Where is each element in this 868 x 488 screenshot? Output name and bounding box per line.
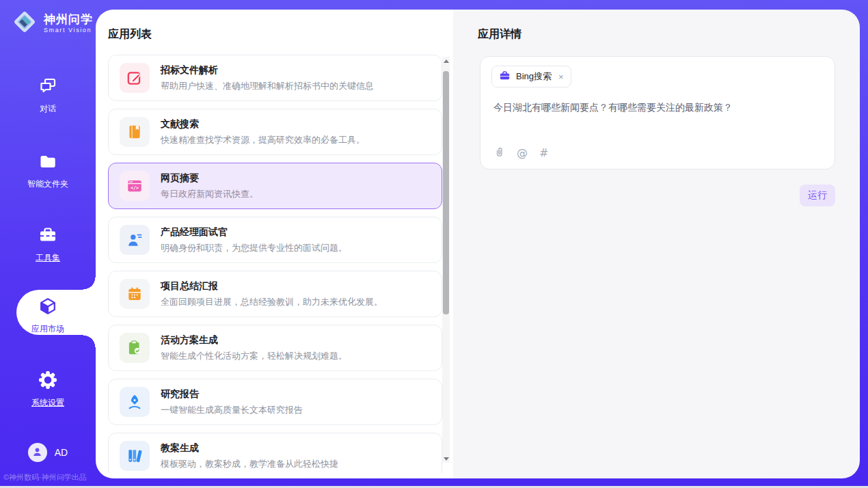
sidebar-item-label: 智能文件夹 — [27, 178, 68, 190]
prompt-card: Bing搜索 × 今日湖北有哪些新闻要点？有哪些需要关注的最新政策？ @ # — [480, 56, 835, 170]
app-card-description: 模板驱动，教案秒成，教学准备从此轻松快捷 — [161, 458, 338, 470]
briefcase-icon — [499, 70, 511, 84]
browser-code-icon: </> — [120, 171, 150, 201]
interviewer-icon — [120, 225, 150, 255]
app-card[interactable]: 产品经理面试官明确身份和职责，为您提供专业性的面试问题。 — [108, 217, 442, 263]
hash-icon[interactable]: # — [539, 146, 548, 159]
scrollbar-thumb[interactable] — [443, 71, 449, 314]
app-card-title: 招标文件解析 — [161, 64, 374, 77]
account-row[interactable]: AD — [0, 443, 96, 462]
scroll-down-arrow-icon[interactable] — [442, 455, 450, 463]
concave-corner-bottom — [83, 335, 96, 347]
app-card-description: 帮助用户快速、准确地理解和解析招标书中的关键信息 — [161, 80, 374, 92]
sidebar-item-智能文件夹[interactable]: 智能文件夹 — [0, 152, 96, 190]
sidebar-item-工具集[interactable]: 工具集 — [0, 226, 96, 264]
app-card-title: 活动方案生成 — [161, 334, 347, 347]
app-card-list: 招标文件解析帮助用户快速、准确地理解和解析招标书中的关键信息文献搜索快速精准查找… — [108, 55, 442, 473]
tool-chip-bing-search[interactable]: Bing搜索 × — [491, 66, 571, 87]
app-card-description: 快速精准查找学术资源，提高研究效率的必备工具。 — [161, 134, 365, 146]
app-window: 神州问学 Smart Vision 对话智能文件夹工具集应用市场系统设置 AD … — [0, 0, 868, 488]
sidebar-item-对话[interactable]: 对话 — [0, 77, 96, 115]
app-card-title: 教案生成 — [161, 442, 338, 455]
app-card-description: 智能生成个性化活动方案，轻松解决规划难题。 — [161, 350, 347, 362]
app-card-description: 每日政府新闻资讯快查。 — [161, 188, 258, 200]
app-detail-panel: 应用详情 Bing搜索 × 今日湖北有哪些新闻要点？有哪些需要关注的最新政策？ … — [453, 10, 860, 478]
run-button[interactable]: 运行 — [800, 185, 835, 206]
chip-close-icon[interactable]: × — [558, 72, 564, 82]
scrollbar[interactable] — [442, 57, 450, 463]
brand-logo: 神州问学 Smart Vision — [11, 8, 93, 38]
folder-icon — [38, 152, 57, 174]
app-card[interactable]: 活动方案生成智能生成个性化活动方案，轻松解决规划难题。 — [108, 325, 442, 371]
sidebar: 神州问学 Smart Vision 对话智能文件夹工具集应用市场系统设置 AD … — [0, 0, 96, 488]
user-icon — [31, 446, 43, 460]
scroll-up-arrow-icon[interactable] — [442, 57, 450, 65]
avatar[interactable] — [28, 443, 47, 462]
cube-icon — [38, 297, 57, 318]
tool-chip-label: Bing搜索 — [516, 70, 552, 83]
app-card-title: 研究报告 — [161, 388, 303, 401]
app-card[interactable]: 研究报告一键智能生成高质量长文本研究报告 — [108, 379, 442, 425]
book-icon — [120, 117, 150, 147]
mention-at-icon[interactable]: @ — [517, 146, 528, 159]
app-card-title: 项目总结汇报 — [161, 280, 383, 293]
app-list-title: 应用列表 — [108, 27, 152, 42]
sidebar-item-应用市场[interactable]: 应用市场 — [0, 297, 96, 335]
app-card[interactable]: 文献搜索快速精准查找学术资源，提高研究效率的必备工具。 — [108, 109, 442, 155]
app-card-title: 文献搜索 — [161, 118, 365, 131]
sidebar-item-label: 对话 — [40, 103, 56, 115]
sidebar-item-label: 应用市场 — [31, 323, 64, 335]
app-detail-title: 应用详情 — [478, 27, 521, 42]
sidebar-item-label: 系统设置 — [31, 397, 64, 409]
app-card[interactable]: 项目总结汇报全面回顾项目进展，总结经验教训，助力未来优化发展。 — [108, 271, 442, 317]
gear-icon — [38, 370, 57, 392]
app-card-description: 全面回顾项目进展，总结经验教训，助力未来优化发展。 — [161, 296, 383, 308]
concave-corner-top — [83, 277, 96, 290]
app-card-title: 产品经理面试官 — [161, 226, 347, 239]
app-card[interactable]: 教案生成模板驱动，教案秒成，教学准备从此轻松快捷 — [108, 433, 442, 473]
account-name: AD — [55, 447, 68, 458]
app-card-description: 一键智能生成高质量长文本研究报告 — [161, 404, 303, 416]
composer-toolbar: @ # — [493, 146, 548, 160]
brand-subtitle: Smart Vision — [44, 27, 93, 33]
svg-text:</>: </> — [131, 185, 139, 191]
books-icon — [120, 441, 150, 471]
sidebar-item-label: 工具集 — [36, 252, 60, 264]
prompt-input[interactable]: 今日湖北有哪些新闻要点？有哪些需要关注的最新政策？ — [493, 100, 822, 115]
diamond-logo-icon — [11, 8, 38, 38]
calendar-icon — [120, 279, 150, 309]
brand-title: 神州问学 — [44, 13, 93, 27]
sidebar-item-系统设置[interactable]: 系统设置 — [0, 370, 96, 409]
clipboard-check-icon — [120, 333, 150, 363]
app-card-description: 明确身份和职责，为您提供专业性的面试问题。 — [161, 242, 347, 254]
app-list-panel: 应用列表 招标文件解析帮助用户快速、准确地理解和解析招标书中的关键信息文献搜索快… — [96, 10, 453, 478]
ink-pen-icon — [120, 387, 150, 417]
paperclip-icon[interactable] — [493, 146, 505, 160]
app-card[interactable]: 招标文件解析帮助用户快速、准确地理解和解析招标书中的关键信息 — [108, 55, 442, 101]
copyright-footer: ©神州数码·神州问学出品 — [3, 472, 96, 483]
pen-square-icon — [120, 63, 150, 93]
app-card-title: 网页摘要 — [161, 172, 258, 185]
toolbox-icon — [38, 226, 57, 247]
app-card[interactable]: </>网页摘要每日政府新闻资讯快查。 — [108, 163, 442, 209]
chat-icon — [38, 77, 57, 98]
